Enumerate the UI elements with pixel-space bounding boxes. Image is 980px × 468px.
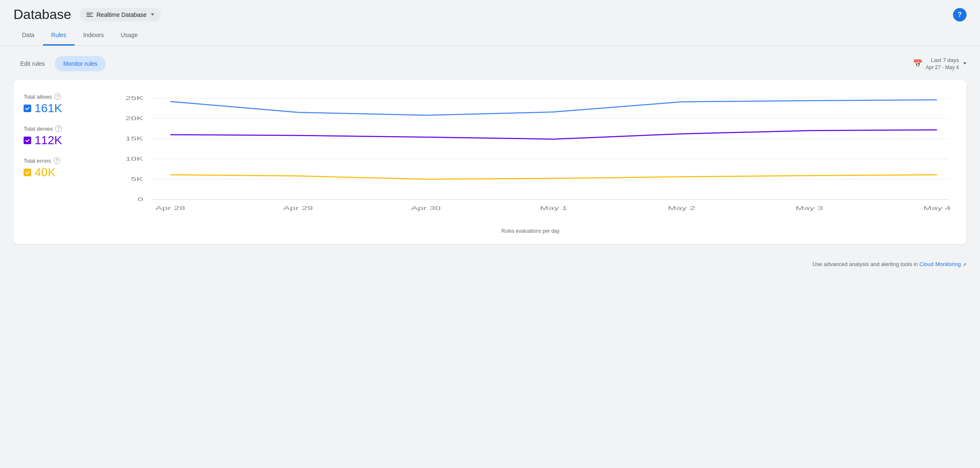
allows-line	[170, 100, 937, 115]
date-range-chevron-icon	[963, 62, 967, 65]
chart-area: 25K 20K 15K 10K 5K 0 Apr 28 Apr 29 Apr 3…	[104, 90, 956, 234]
denies-value: 112K	[35, 134, 62, 147]
footer: Use advanced analysis and alerting tools…	[0, 254, 980, 274]
allows-help-icon[interactable]: ?	[54, 93, 61, 100]
svg-text:5K: 5K	[131, 176, 143, 182]
page-title: Database	[13, 7, 71, 22]
tab-usage[interactable]: Usage	[112, 26, 146, 46]
svg-text:20K: 20K	[125, 116, 143, 121]
tab-rules[interactable]: Rules	[43, 26, 75, 46]
svg-text:Apr 30: Apr 30	[411, 205, 441, 211]
db-selector-label: Realtime Database	[96, 11, 147, 18]
tab-data[interactable]: Data	[13, 26, 43, 46]
denies-help-icon[interactable]: ?	[55, 125, 62, 132]
allows-checkbox[interactable]	[24, 105, 31, 112]
svg-text:10K: 10K	[125, 156, 143, 162]
svg-text:Apr 29: Apr 29	[283, 205, 313, 211]
denies-checkbox[interactable]	[24, 137, 31, 144]
tab-bar: Data Rules Indexes Usage	[0, 26, 980, 46]
toolbar-left: Edit rules Monitor rules	[13, 56, 106, 71]
db-selector-icon	[86, 13, 93, 17]
tab-indexes[interactable]: Indexes	[75, 26, 112, 46]
chevron-down-icon	[151, 13, 154, 16]
legend-item-allows: Total allows ? 161K	[24, 93, 91, 115]
chart-x-label: Rules evaluations per day	[104, 228, 956, 234]
legend-label-denies: Total denies	[24, 126, 53, 132]
legend-item-denies: Total denies ? 112K	[24, 125, 91, 147]
chart-container: Total allows ? 161K	[24, 90, 956, 234]
svg-text:Apr 28: Apr 28	[155, 205, 185, 211]
help-button[interactable]: ?	[953, 8, 967, 22]
monitor-rules-button[interactable]: Monitor rules	[55, 56, 106, 71]
date-range-text: Last 7 days Apr 27 - May 4	[926, 56, 959, 71]
svg-text:May 3: May 3	[795, 205, 823, 211]
svg-text:15K: 15K	[125, 136, 143, 142]
footer-text: Use advanced analysis and alerting tools…	[812, 261, 919, 267]
external-link-icon: ↗	[962, 262, 967, 268]
denies-line	[170, 130, 937, 139]
legend-item-errors: Total errors ? 40K	[24, 157, 91, 179]
legend-label-errors: Total errors	[24, 158, 51, 164]
calendar-icon: 📅	[913, 59, 922, 68]
cloud-monitoring-link[interactable]: Cloud Monitoring	[919, 261, 961, 267]
date-range-selector[interactable]: 📅 Last 7 days Apr 27 - May 4	[913, 56, 967, 71]
toolbar: Edit rules Monitor rules 📅 Last 7 days A…	[13, 56, 967, 71]
chart-legend: Total allows ? 161K	[24, 90, 91, 234]
date-range-dates: Apr 27 - May 4	[926, 64, 959, 71]
date-range-label: Last 7 days	[926, 56, 959, 64]
svg-text:25K: 25K	[125, 95, 143, 101]
errors-help-icon[interactable]: ?	[54, 157, 60, 164]
errors-line	[170, 175, 937, 179]
db-selector-button[interactable]: Realtime Database	[80, 8, 161, 22]
main-content: Edit rules Monitor rules 📅 Last 7 days A…	[0, 46, 980, 254]
chart-card: Total allows ? 161K	[13, 80, 967, 244]
edit-rules-button[interactable]: Edit rules	[13, 56, 51, 71]
allows-value: 161K	[35, 102, 62, 115]
line-chart: 25K 20K 15K 10K 5K 0 Apr 28 Apr 29 Apr 3…	[104, 90, 956, 225]
svg-text:May 4: May 4	[924, 205, 951, 211]
svg-text:0: 0	[138, 196, 143, 202]
legend-label-allows: Total allows	[24, 94, 52, 100]
errors-value: 40K	[35, 166, 56, 179]
svg-text:May 1: May 1	[540, 205, 568, 211]
errors-checkbox[interactable]	[24, 169, 31, 176]
svg-text:May 2: May 2	[668, 205, 695, 211]
